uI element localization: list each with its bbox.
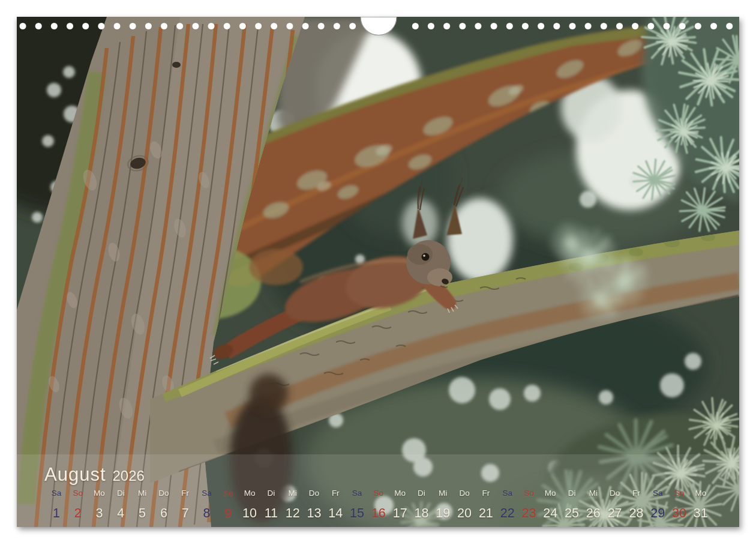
day-cell: Mo 10 bbox=[239, 488, 260, 520]
day-cell: Di 25 bbox=[561, 488, 583, 520]
weekday-label: Fr bbox=[175, 488, 196, 498]
weekday-label: Di bbox=[110, 488, 131, 498]
binding-hole bbox=[176, 23, 183, 29]
day-number: 2 bbox=[67, 507, 89, 520]
weekday-label: Di bbox=[260, 488, 282, 498]
month-title-group: August 2026 bbox=[44, 465, 145, 485]
binding-hole bbox=[647, 23, 654, 29]
weekday-label: Do bbox=[304, 488, 325, 498]
weekday-label: So bbox=[217, 488, 239, 498]
binding-hole bbox=[51, 23, 58, 29]
month-title: August bbox=[44, 465, 106, 485]
day-number: 25 bbox=[561, 507, 583, 520]
day-number: 31 bbox=[690, 507, 712, 520]
day-number: 14 bbox=[325, 507, 346, 520]
binding-hole bbox=[695, 23, 701, 29]
day-cell: Sa 8 bbox=[196, 488, 218, 520]
binding-hole bbox=[224, 23, 230, 29]
day-cell: Mi 5 bbox=[131, 488, 153, 520]
day-cell: Fr 7 bbox=[175, 488, 196, 520]
photo-august-squirrel bbox=[17, 17, 739, 527]
binding-hole bbox=[726, 23, 733, 29]
day-cell: So 23 bbox=[518, 488, 540, 520]
binding-hole bbox=[663, 23, 670, 29]
binding-hole bbox=[506, 23, 513, 29]
day-cell: So 2 bbox=[67, 488, 89, 520]
binding-hole bbox=[145, 23, 152, 29]
day-cell: Sa 1 bbox=[46, 488, 67, 520]
weekday-label: Sa bbox=[46, 488, 67, 498]
day-cell: So 16 bbox=[368, 488, 389, 520]
weekday-label: So bbox=[368, 488, 389, 498]
binding-hole bbox=[318, 23, 325, 29]
day-cell: Mi 12 bbox=[282, 488, 304, 520]
weekday-label: Fr bbox=[626, 488, 647, 498]
binding-hole bbox=[130, 23, 136, 29]
binding-hole bbox=[35, 23, 42, 29]
squirrel-eye bbox=[422, 253, 430, 261]
day-cell: Mo 31 bbox=[690, 488, 712, 520]
day-number: 4 bbox=[110, 507, 131, 520]
binding-hole bbox=[286, 23, 293, 29]
weekday-label: Fr bbox=[475, 488, 497, 498]
day-number: 1 bbox=[46, 507, 67, 520]
day-number: 7 bbox=[175, 507, 196, 520]
day-number: 26 bbox=[583, 507, 604, 520]
day-cell: Do 20 bbox=[454, 488, 475, 520]
day-number: 6 bbox=[153, 507, 175, 520]
day-number: 30 bbox=[668, 507, 690, 520]
weekday-label: Sa bbox=[346, 488, 368, 498]
day-number: 24 bbox=[539, 507, 561, 520]
weekday-label: Mi bbox=[131, 488, 153, 498]
year-label: 2026 bbox=[113, 468, 145, 484]
day-cell: Mi 19 bbox=[432, 488, 454, 520]
weekday-label: Mi bbox=[583, 488, 604, 498]
day-number: 3 bbox=[89, 507, 110, 520]
day-number: 28 bbox=[626, 507, 647, 520]
day-cell: Mi 26 bbox=[583, 488, 604, 520]
day-cell: Do 13 bbox=[304, 488, 325, 520]
binding-hole bbox=[19, 23, 26, 29]
weekday-label: So bbox=[668, 488, 690, 498]
day-number: 19 bbox=[432, 507, 454, 520]
binding-hole bbox=[601, 23, 607, 29]
weekday-label: Mo bbox=[389, 488, 411, 498]
binding-hole bbox=[239, 23, 246, 29]
binding-hole bbox=[113, 23, 120, 29]
day-cell: Mo 17 bbox=[389, 488, 411, 520]
day-cell: Mo 24 bbox=[539, 488, 561, 520]
weekday-label: Mo bbox=[239, 488, 260, 498]
binding-hole bbox=[161, 23, 167, 29]
weekday-label: So bbox=[67, 488, 89, 498]
day-number: 12 bbox=[282, 507, 304, 520]
weekday-label: So bbox=[518, 488, 540, 498]
day-cell: Di 18 bbox=[411, 488, 433, 520]
binding-hole bbox=[459, 23, 466, 29]
day-cell: Di 4 bbox=[110, 488, 131, 520]
binding-hole bbox=[443, 23, 450, 29]
day-number: 13 bbox=[304, 507, 325, 520]
binding-hole bbox=[302, 23, 309, 29]
weekday-label: Mi bbox=[282, 488, 304, 498]
binding-hole bbox=[475, 23, 481, 29]
day-number: 18 bbox=[411, 507, 433, 520]
day-number: 16 bbox=[368, 507, 389, 520]
day-cell: So 30 bbox=[668, 488, 690, 520]
binding-hole bbox=[679, 23, 686, 29]
weekday-label: Mo bbox=[89, 488, 110, 498]
weekday-label: Sa bbox=[647, 488, 668, 498]
binding-hole bbox=[585, 23, 592, 29]
day-cell: Sa 29 bbox=[647, 488, 668, 520]
day-number: 10 bbox=[239, 507, 260, 520]
day-cell: Fr 21 bbox=[475, 488, 497, 520]
binding-hole bbox=[98, 23, 104, 29]
weekday-label: Fr bbox=[325, 488, 346, 498]
day-number: 23 bbox=[518, 507, 540, 520]
binding-hole bbox=[491, 23, 497, 29]
binding-hole bbox=[428, 23, 434, 29]
binding-hole bbox=[334, 23, 340, 29]
day-cell: So 9 bbox=[217, 488, 239, 520]
day-number: 15 bbox=[346, 507, 368, 520]
day-cell: Fr 14 bbox=[325, 488, 346, 520]
weekday-label: Do bbox=[153, 488, 175, 498]
